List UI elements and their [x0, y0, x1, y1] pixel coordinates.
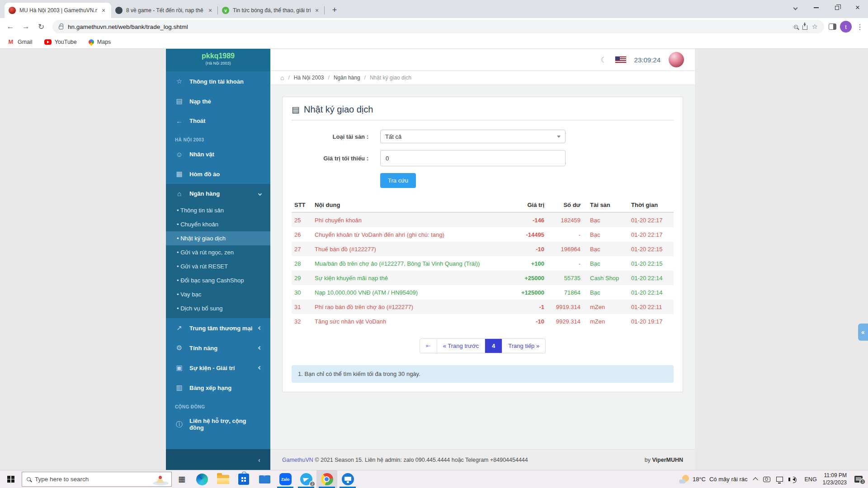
sidebar-item-events[interactable]: ▣ Sự kiện - Giải trí	[166, 358, 270, 378]
page-first-button[interactable]: ⇤	[420, 338, 437, 353]
browser-tab[interactable]: MU Hà Nội 2003 | GamethuVN.ne ×	[5, 3, 111, 18]
taskbar-app-mail[interactable]	[254, 470, 275, 488]
tab-close-icon[interactable]: ×	[207, 7, 214, 14]
taskbar-app-zalo[interactable]: Zalo	[275, 470, 296, 488]
sidebar-subitem[interactable]: Gửi và rút ngọc, zen	[166, 245, 270, 259]
theme-moon-icon[interactable]: ☾	[600, 56, 607, 64]
side-panel-icon[interactable]	[829, 23, 836, 30]
sidebar: pkkq1989 (Hà Nội 2003) ☆ Thông tin tài k…	[166, 49, 270, 470]
chevron-left-icon	[258, 366, 262, 370]
tray-expand-icon[interactable]	[753, 477, 758, 482]
breadcrumb-server[interactable]: Hà Nội 2003	[294, 75, 324, 81]
reload-button[interactable]: ↻	[34, 20, 48, 33]
sidebar-subitem[interactable]: Vay bạc	[166, 287, 270, 301]
tab-close-icon[interactable]: ×	[100, 7, 107, 14]
bookmark-star-icon[interactable]: ☆	[812, 23, 818, 31]
col-time: Thời gian	[628, 198, 674, 212]
cake-doodle[interactable]	[152, 472, 170, 486]
url-text[interactable]: hn.gamethuvn.net/web/bank/trade_log.shtm…	[68, 23, 789, 30]
browser-tab[interactable]: Tin tức bóng đá, thể thao, giải trí ×	[218, 3, 325, 18]
sidebar-item-account-info[interactable]: ☆ Thông tin tài khoản	[166, 71, 270, 91]
meet-now-icon[interactable]	[763, 477, 770, 482]
tab-search-icon[interactable]	[785, 0, 806, 15]
search-button[interactable]: Tra cứu	[380, 173, 416, 188]
browser-menu-icon[interactable]: ⋮	[855, 23, 864, 31]
sidebar-item-contact[interactable]: ⓘ Liên hệ hỗ trợ, cộng đồng	[166, 412, 270, 437]
bookmark-item[interactable]: Maps	[89, 39, 111, 45]
language-indicator[interactable]: ENG	[805, 476, 817, 483]
address-bar[interactable]: hn.gamethuvn.net/web/bank/trade_log.shtm…	[52, 20, 824, 33]
weather-widget[interactable]: 18°C Có mây rải rác	[679, 475, 748, 484]
cell-balance: -	[547, 256, 583, 271]
bookmark-item[interactable]: Gmail	[7, 38, 33, 46]
mail-icon	[259, 475, 270, 483]
taskbar-app-telegram[interactable]: 2	[296, 470, 316, 488]
start-button[interactable]	[0, 470, 22, 488]
taskbar-app-explorer[interactable]	[212, 470, 233, 488]
bank-submenu: Thông tin tài sản Chuyển khoản Nhật ký g…	[166, 203, 270, 315]
side-panel-flap[interactable]: «	[858, 324, 868, 341]
taskbar-search-input[interactable]: Type here to search	[22, 472, 172, 487]
taskbar-app-chrome[interactable]	[316, 470, 337, 488]
taskbar-app-store[interactable]	[233, 470, 254, 488]
taskbar-clock[interactable]: 11:09 PM 1/23/2023	[823, 472, 847, 486]
table-header-row: STT Nội dung Giá trị Số dư Tài sản Thời …	[292, 198, 674, 212]
smiley-icon: ☺	[175, 150, 184, 158]
tab-close-icon[interactable]: ×	[313, 7, 321, 14]
cell-content: Mua/bán đồ trên chợ ảo (#122277, Bông Ta…	[312, 256, 502, 271]
sidebar-item-topup[interactable]: ▤ Nạp thẻ	[166, 91, 270, 111]
sidebar-subitem[interactable]: Nhật ký giao dịch	[166, 231, 270, 245]
new-tab-button[interactable]: +	[328, 4, 341, 16]
sidebar-item-logout[interactable]: ← Thoát	[166, 111, 270, 131]
lock-icon	[59, 26, 63, 29]
footer-brand-link[interactable]: GamethuVN	[282, 457, 313, 463]
sidebar-subitem[interactable]: Chuyển khoản	[166, 217, 270, 231]
asset-type-row: Loại tài sản : Tất cả	[292, 130, 674, 143]
notification-center-icon[interactable]: 3	[854, 476, 863, 483]
back-button[interactable]: ←	[4, 20, 17, 33]
forward-button[interactable]: →	[19, 20, 33, 33]
us-flag-icon[interactable]	[615, 56, 626, 63]
network-icon[interactable]	[776, 477, 783, 482]
breadcrumb-bank[interactable]: Ngân hàng	[334, 75, 360, 81]
asset-type-select[interactable]: Tất cả	[380, 130, 566, 143]
zoom-icon[interactable]	[794, 25, 798, 29]
sidebar-subitem[interactable]: Gửi và rút RESET	[166, 259, 270, 273]
min-value-input[interactable]: 0	[380, 150, 566, 166]
sidebar-item-market[interactable]: ↗ Trung tâm thương mại	[166, 318, 270, 338]
volume-icon[interactable]	[793, 478, 795, 481]
sidebar-item-ranking[interactable]: ▥ Bảng xếp hạng	[166, 378, 270, 398]
bank-icon: ⌂	[175, 190, 184, 197]
cell-asset: Bạc	[583, 285, 628, 300]
sidebar-item-features[interactable]: ⚙ Tính năng	[166, 338, 270, 358]
server-name: (Hà Nội 2003)	[166, 61, 270, 66]
browser-toolbar: ← → ↻ hn.gamethuvn.net/web/bank/trade_lo…	[0, 18, 868, 35]
cell-content: Nạp 10,000,000 VNĐ (ATM / HN95409)	[312, 285, 502, 300]
close-button[interactable]: ×	[847, 0, 868, 15]
sidebar-subitem[interactable]: Thông tin tài sản	[166, 203, 270, 217]
page-prev-button[interactable]: « Trang trước	[437, 338, 485, 353]
sidebar-subitem[interactable]: Dịch vụ bổ sung	[166, 301, 270, 315]
basket-icon: ▦	[175, 170, 184, 178]
sidebar-item-bank[interactable]: ⌂ Ngân hàng	[166, 184, 270, 203]
cell-asset: mZen	[583, 300, 628, 314]
share-icon[interactable]	[802, 25, 807, 30]
bookmark-item[interactable]: YouTube	[44, 39, 77, 45]
maximize-button[interactable]	[826, 0, 847, 15]
page-next-button[interactable]: Trang tiếp »	[502, 338, 546, 353]
sidebar-subitem[interactable]: Đổi bạc sang CashShop	[166, 273, 270, 287]
browser-profile-avatar[interactable]: t	[840, 21, 852, 33]
system-tray: 18°C Có mây rải rác ENG 11:09 PM 1/23/20…	[679, 470, 868, 488]
page-current[interactable]: 4	[485, 338, 502, 353]
user-avatar[interactable]	[669, 52, 684, 67]
taskbar-app-remote[interactable]	[337, 470, 358, 488]
browser-tab[interactable]: 8 về game - Tết đến rồi, nạp thẻ ×	[111, 3, 218, 18]
task-view-button[interactable]: ▦	[172, 470, 192, 488]
sidebar-collapse-icon[interactable]: ‹	[258, 456, 260, 464]
cell-balance: 196964	[547, 242, 583, 256]
minimize-button[interactable]	[806, 0, 826, 15]
taskbar-app-edge[interactable]	[192, 470, 212, 488]
sidebar-item-character[interactable]: ☺ Nhân vật	[166, 145, 270, 164]
sidebar-item-virtual-chest[interactable]: ▦ Hòm đồ ảo	[166, 164, 270, 184]
home-icon[interactable]: ⌂	[280, 74, 284, 81]
